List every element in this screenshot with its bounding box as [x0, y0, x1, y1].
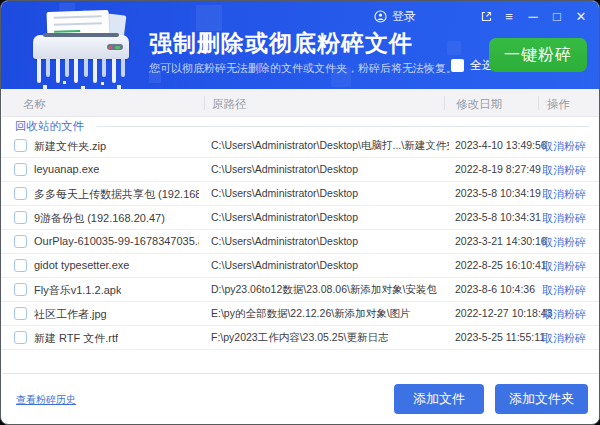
row-cancel-shred-link[interactable]: 取消粉碎 [542, 139, 586, 154]
row-cancel-shred-link[interactable]: 取消粉碎 [542, 211, 586, 226]
external-link-icon[interactable] [480, 10, 493, 23]
recycle-bin-section: 回收站的文件 [1, 118, 600, 134]
row-file-name: 9游备份包 (192.168.20.47) [34, 211, 165, 226]
table-row: OurPlay-610035-99-1678347035.apk C:\User… [1, 230, 600, 254]
page-subtitle: 您可以彻底粉碎无法删除的文件或文件夹，粉碎后将无法恢复。 [149, 61, 457, 76]
table-row: 多多每天上传数据共享包 (192.168.20.47) C:\Users\Adm… [1, 182, 600, 206]
row-checkbox[interactable] [14, 187, 27, 200]
row-checkbox[interactable] [14, 307, 27, 320]
row-file-path: C:\Users\Administrator\Desktop [211, 259, 358, 271]
close-icon[interactable]: ✕ [573, 10, 589, 24]
row-checkbox[interactable] [14, 235, 27, 248]
minimize-icon[interactable]: ─ [525, 10, 541, 24]
row-cancel-shred-link[interactable]: 取消粉碎 [542, 163, 586, 178]
table-row: 新建文件夹.zip C:\Users\Administrator\Desktop… [1, 134, 600, 158]
row-checkbox[interactable] [14, 139, 27, 152]
header-banner: 强制删除或彻底粉碎文件 您可以彻底粉碎无法删除的文件或文件夹，粉碎后将无法恢复。… [1, 1, 599, 89]
login-button[interactable]: 登录 [374, 8, 416, 25]
titlebar-controls: 登录 ≡ ─ □ ✕ [374, 8, 589, 25]
row-file-path: C:\Users\Administrator\Desktop [211, 187, 358, 199]
row-modified-date: 2023-5-25 11:55:11 [455, 331, 545, 343]
row-modified-date: 2023-3-21 14:30:16 [455, 235, 547, 247]
section-divider [97, 126, 589, 127]
select-all-control[interactable]: 全选 [451, 57, 494, 74]
column-divider [204, 96, 205, 110]
menu-icon[interactable]: ≡ [501, 10, 517, 24]
row-file-path: C:\Users\Administrator\Desktop [211, 235, 358, 247]
table-row: Fly音乐v1.1.2.apk D:\py23.06to12数据\23.08.0… [1, 278, 600, 302]
table-row: 9游备份包 (192.168.20.47) C:\Users\Administr… [1, 206, 600, 230]
shredder-illustration-icon [29, 7, 133, 87]
row-modified-date: 2022-8-25 16:10:41 [455, 259, 547, 271]
row-file-path: C:\Users\Administrator\Desktop [211, 163, 358, 175]
row-file-path: C:\Users\Administrator\Desktop [211, 211, 358, 223]
section-label: 回收站的文件 [15, 119, 84, 134]
file-list: 新建文件夹.zip C:\Users\Administrator\Desktop… [1, 134, 600, 350]
row-checkbox[interactable] [14, 259, 27, 272]
row-modified-date: 2023-8-6 10:4:36 [455, 283, 535, 295]
row-cancel-shred-link[interactable]: 取消粉碎 [542, 283, 586, 298]
row-modified-date: 2023-5-8 10:34:31 [455, 211, 541, 223]
column-header-action: 操作 [547, 97, 570, 112]
column-divider [538, 96, 539, 110]
row-checkbox[interactable] [14, 331, 27, 344]
row-cancel-shred-link[interactable]: 取消粉碎 [542, 187, 586, 202]
row-cancel-shred-link[interactable]: 取消粉碎 [542, 307, 586, 322]
table-row: gidot typesetter.exe C:\Users\Administra… [1, 254, 600, 278]
row-file-name: Fly音乐v1.1.2.apk [34, 283, 121, 298]
row-checkbox[interactable] [14, 211, 27, 224]
row-file-path: C:\Users\Administrator\Desktop\电脑打...\新建… [211, 139, 449, 153]
page-title: 强制删除或彻底粉碎文件 [149, 28, 413, 59]
row-cancel-shred-link[interactable]: 取消粉碎 [542, 259, 586, 274]
table-row: 社区工作者.jpg E:\py的全部数据\22.12.26\新添加对象\图片 2… [1, 302, 600, 326]
add-file-button[interactable]: 添加文件 [394, 384, 484, 414]
row-file-name: 社区工作者.jpg [34, 307, 107, 322]
row-file-name: leyuanap.exe [34, 163, 99, 175]
user-avatar-icon [374, 10, 387, 23]
row-file-name: OurPlay-610035-99-1678347035.apk [34, 235, 199, 247]
login-label: 登录 [392, 8, 416, 25]
row-modified-date: 2022-8-19 8:27:49 [455, 163, 541, 175]
table-row: 新建 RTF 文件.rtf F:\py2023工作内容\23.05.25\更新日… [1, 326, 600, 350]
row-file-name: 多多每天上传数据共享包 (192.168.20.47) [34, 187, 199, 202]
column-divider [444, 96, 445, 110]
row-file-name: 新建文件夹.zip [34, 139, 106, 154]
view-shred-history-link[interactable]: 查看粉碎历史 [16, 393, 76, 407]
row-file-path: D:\py23.06to12数据\23.08.06\新添加对象\安装包 [211, 283, 437, 297]
footer-bar: 查看粉碎历史 添加文件 添加文件夹 [2, 373, 600, 423]
row-checkbox[interactable] [14, 283, 27, 296]
maximize-icon[interactable]: □ [549, 10, 565, 24]
add-folder-button[interactable]: 添加文件夹 [495, 384, 588, 414]
row-modified-date: 2023-5-8 10:34:19 [455, 187, 541, 199]
row-cancel-shred-link[interactable]: 取消粉碎 [542, 331, 586, 346]
row-modified-date: 2023-4-10 13:49:56 [455, 139, 547, 151]
column-header-name: 名称 [23, 97, 46, 112]
row-file-path: F:\py2023工作内容\23.05.25\更新日志 [211, 331, 388, 345]
row-file-path: E:\py的全部数据\22.12.26\新添加对象\图片 [211, 307, 411, 321]
column-header-date: 修改日期 [456, 97, 502, 112]
row-cancel-shred-link[interactable]: 取消粉碎 [542, 235, 586, 250]
app-window: 强制删除或彻底粉碎文件 您可以彻底粉碎无法删除的文件或文件夹，粉碎后将无法恢复。… [0, 0, 600, 425]
row-checkbox[interactable] [14, 163, 27, 176]
one-click-shred-button[interactable]: 一键粉碎 [489, 38, 587, 72]
table-row: leyuanap.exe C:\Users\Administrator\Desk… [1, 158, 600, 182]
row-modified-date: 2022-12-27 10:18:43 [455, 307, 553, 319]
table-header: 名称 原路径 修改日期 操作 [2, 89, 600, 117]
row-file-name: gidot typesetter.exe [34, 259, 129, 271]
row-file-name: 新建 RTF 文件.rtf [34, 331, 118, 346]
decor-square [447, 41, 461, 55]
select-all-checkbox[interactable] [451, 59, 464, 72]
column-header-path: 原路径 [212, 97, 247, 112]
